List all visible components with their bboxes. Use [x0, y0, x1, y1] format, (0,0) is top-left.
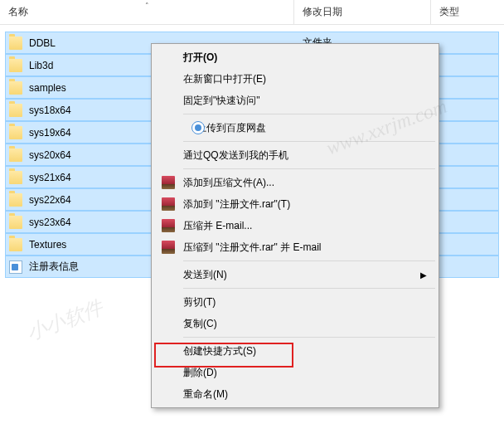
- menu-compress-named-email-label: 压缩到 "注册文件.rar" 并 E-mail: [183, 241, 322, 255]
- watermark: 小小软件: [22, 295, 106, 347]
- menu-add-archive-label: 添加到压缩文件(A)...: [183, 176, 274, 190]
- menu-open[interactable]: 打开(O): [153, 46, 437, 68]
- menu-create-shortcut[interactable]: 创建快捷方式(S): [153, 340, 437, 362]
- menu-open-new-window-label: 在新窗口中打开(E): [183, 72, 266, 86]
- header-date-label: 修改日期: [303, 5, 342, 19]
- menu-delete[interactable]: 删除(D): [153, 362, 437, 383]
- baidu-cloud-icon: [191, 121, 205, 134]
- menu-cut-label: 剪切(T): [183, 295, 216, 309]
- rar-icon: [162, 219, 175, 232]
- menu-send-to-label: 发送到(N): [183, 268, 227, 282]
- rar-icon: [162, 241, 175, 254]
- sort-ascending-icon: ˄: [145, 2, 149, 10]
- rar-icon: [162, 197, 175, 211]
- menu-delete-label: 删除(D): [183, 366, 217, 380]
- menu-upload-baidu-label: 上传到百度网盘: [196, 121, 266, 135]
- folder-icon: [9, 171, 22, 184]
- menu-rename-label: 重命名(M): [183, 387, 228, 402]
- submenu-arrow-icon: ▶: [420, 270, 427, 280]
- context-menu: 打开(O) 在新窗口中打开(E) 固定到"快速访问" 上传到百度网盘 通过QQ发…: [151, 43, 439, 408]
- menu-rename[interactable]: 重命名(M): [153, 383, 437, 405]
- menu-cut[interactable]: 剪切(T): [153, 291, 437, 313]
- menu-pin-quick-access[interactable]: 固定到"快速访问": [153, 90, 437, 111]
- header-type[interactable]: 类型: [431, 0, 504, 24]
- menu-create-shortcut-label: 创建快捷方式(S): [183, 344, 256, 358]
- menu-separator: [183, 337, 435, 338]
- menu-compress-named-email[interactable]: 压缩到 "注册文件.rar" 并 E-mail: [153, 236, 437, 258]
- menu-open-label: 打开(O): [183, 51, 217, 65]
- folder-icon: [9, 238, 22, 251]
- folder-icon: [9, 216, 22, 229]
- header-name-label: 名称: [8, 5, 28, 19]
- menu-separator: [183, 168, 435, 169]
- menu-separator: [183, 114, 435, 114]
- menu-open-new-window[interactable]: 在新窗口中打开(E): [153, 68, 437, 90]
- menu-copy[interactable]: 复制(C): [153, 313, 437, 334]
- menu-send-qq-label: 通过QQ发送到我的手机: [183, 148, 288, 163]
- header-type-label: 类型: [439, 5, 459, 19]
- menu-add-archive[interactable]: 添加到压缩文件(A)...: [153, 172, 437, 193]
- menu-copy-label: 复制(C): [183, 317, 217, 331]
- menu-separator: [183, 260, 435, 261]
- menu-add-named-rar-label: 添加到 "注册文件.rar"(T): [183, 197, 290, 212]
- menu-compress-email[interactable]: 压缩并 E-mail...: [153, 215, 437, 236]
- registry-icon: [9, 260, 22, 274]
- folder-icon: [9, 148, 22, 162]
- menu-upload-baidu[interactable]: 上传到百度网盘: [153, 117, 437, 139]
- header-name[interactable]: 名称 ˄: [0, 0, 294, 24]
- rar-icon: [162, 176, 175, 189]
- menu-separator: [183, 288, 435, 289]
- menu-send-to[interactable]: 发送到(N) ▶: [153, 264, 437, 285]
- folder-icon: [9, 37, 22, 50]
- folder-icon: [9, 81, 22, 95]
- menu-add-named-rar[interactable]: 添加到 "注册文件.rar"(T): [153, 193, 437, 215]
- folder-icon: [9, 193, 22, 207]
- folder-icon: [9, 104, 22, 117]
- column-header-row: 名称 ˄ 修改日期 类型: [0, 0, 504, 25]
- menu-separator: [183, 141, 435, 142]
- folder-icon: [9, 59, 22, 72]
- menu-pin-label: 固定到"快速访问": [183, 94, 260, 108]
- menu-compress-email-label: 压缩并 E-mail...: [183, 219, 252, 233]
- folder-icon: [9, 126, 22, 139]
- menu-send-qq[interactable]: 通过QQ发送到我的手机: [153, 144, 437, 166]
- header-date[interactable]: 修改日期: [294, 0, 431, 24]
